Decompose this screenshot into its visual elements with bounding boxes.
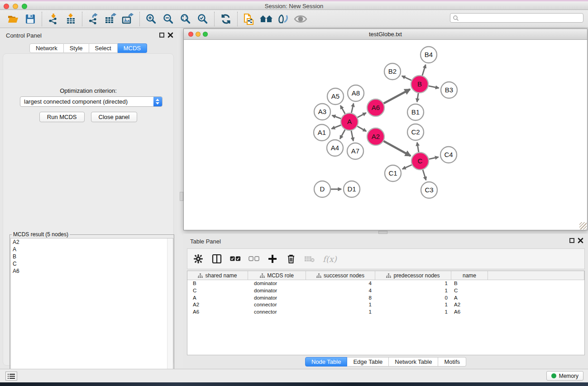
graph-edge-A-A4[interactable] <box>340 130 345 139</box>
delete-column-trash-icon[interactable] <box>286 253 296 264</box>
table-cell[interactable]: 1 <box>375 287 451 295</box>
split-pane-handle[interactable] <box>180 192 183 201</box>
function-builder-icon[interactable]: f(x) <box>323 254 337 264</box>
table-cell[interactable]: 1 <box>306 301 375 309</box>
zoom-selected-icon[interactable] <box>194 11 211 27</box>
export-table-icon[interactable] <box>102 11 120 27</box>
table-cell[interactable]: 1 <box>375 280 451 287</box>
table-row[interactable]: Bdominator41B <box>187 280 584 287</box>
table-settings-gear-icon[interactable] <box>193 253 204 264</box>
column-header-mcds-role[interactable]: MCDS role <box>248 271 306 280</box>
run-mcds-button[interactable]: Run MCDS <box>39 112 85 122</box>
tab-select[interactable]: Select <box>89 43 118 53</box>
mcds-result-item[interactable]: A6 <box>11 267 173 275</box>
table-cell[interactable]: dominator <box>248 280 306 287</box>
graph-edge-C-C3[interactable] <box>423 170 426 180</box>
table-cell[interactable]: connector <box>248 309 306 316</box>
tab-node-table[interactable]: Node Table <box>305 357 348 367</box>
graph-edge-B-B4[interactable] <box>422 65 425 76</box>
table-cell[interactable]: dominator <box>248 295 306 302</box>
graph-edge-A6-B[interactable] <box>384 89 410 103</box>
column-header-shared-name[interactable]: shared name <box>187 271 248 280</box>
close-panel-button[interactable]: Close panel <box>91 112 138 122</box>
column-header-successor-nodes[interactable]: successor nodes <box>306 271 375 280</box>
zoom-in-icon[interactable] <box>143 11 160 27</box>
table-cell[interactable]: 4 <box>306 287 375 295</box>
graph-edge-A-A7[interactable] <box>351 131 354 141</box>
table-row[interactable]: A2connector11A2 <box>187 301 584 309</box>
graph-edge-A2-C[interactable] <box>384 141 411 156</box>
table-cell[interactable]: B <box>451 280 488 287</box>
graph-edge-C-C2[interactable] <box>417 143 419 152</box>
tab-motifs[interactable]: Motifs <box>438 357 466 367</box>
graph-edge-A-A3[interactable] <box>332 115 341 119</box>
table-cell[interactable]: C <box>187 287 248 295</box>
save-session-icon[interactable] <box>22 11 39 27</box>
table-cell[interactable]: A2 <box>187 301 248 309</box>
graph-edge-C-C1[interactable] <box>402 165 412 169</box>
close-panel-icon[interactable] <box>578 238 583 243</box>
optimization-criterion-select[interactable]: largest connected component (directed) <box>20 96 163 107</box>
zoom-out-icon[interactable] <box>160 11 177 27</box>
show-column-panel-icon[interactable] <box>211 253 222 264</box>
graph-edge-B-B2[interactable] <box>402 76 411 81</box>
refresh-icon[interactable] <box>217 11 234 27</box>
mcds-result-list[interactable]: A2ABCA6 <box>10 238 173 385</box>
table-row[interactable]: Cdominator41C <box>187 287 584 295</box>
graph-edge-C-C4[interactable] <box>429 157 439 159</box>
graph-edge-A-A6[interactable] <box>358 113 366 117</box>
table-row[interactable]: A6connector11A6 <box>187 309 584 316</box>
search-field[interactable] <box>450 13 583 23</box>
task-history-button[interactable] <box>5 372 17 381</box>
mcds-result-item[interactable]: C <box>11 260 173 267</box>
table-cell[interactable]: B <box>187 280 248 287</box>
export-image-icon[interactable] <box>120 11 137 27</box>
tab-network-table[interactable]: Network Table <box>389 357 438 367</box>
select-all-columns-icon[interactable] <box>230 253 241 264</box>
float-panel-icon[interactable] <box>569 238 574 243</box>
scrollbar-track[interactable] <box>167 238 173 385</box>
table-cell[interactable]: 4 <box>306 280 375 287</box>
memory-button[interactable]: Memory <box>546 371 583 381</box>
table-row[interactable]: Adominator80A <box>187 295 584 302</box>
delete-table-icon[interactable] <box>304 253 315 264</box>
graph-edge-A-A1[interactable] <box>331 125 341 129</box>
graph-edge-A-A8[interactable] <box>351 103 354 113</box>
table-cell[interactable]: 1 <box>375 309 451 316</box>
close-panel-icon[interactable] <box>167 32 173 38</box>
mcds-result-item[interactable]: A <box>11 246 173 253</box>
table-cell[interactable]: A2 <box>451 301 488 309</box>
search-input[interactable] <box>459 14 583 22</box>
table-cell[interactable]: C <box>451 287 488 295</box>
table-cell[interactable]: connector <box>248 301 306 309</box>
tab-style[interactable]: Style <box>64 43 89 53</box>
table-cell[interactable]: A6 <box>187 309 248 316</box>
home-icon[interactable] <box>258 11 275 27</box>
mcds-result-item[interactable]: A2 <box>11 238 173 246</box>
graph-edge-B-B1[interactable] <box>417 93 418 102</box>
export-network-icon[interactable] <box>85 11 102 27</box>
mcds-result-item[interactable]: B <box>11 253 173 260</box>
network-canvas[interactable]: B4B2BB3A8A5A6A3B1AA1C2A2A4A7C4CC1C3DD1 <box>184 40 587 230</box>
network-file-icon[interactable] <box>240 11 258 27</box>
table-cell[interactable]: dominator <box>248 287 306 295</box>
show-hide-icon[interactable] <box>275 11 292 27</box>
tab-edge-table[interactable]: Edge Table <box>347 357 389 367</box>
table-cell[interactable]: A <box>451 295 488 302</box>
tab-network[interactable]: Network <box>29 43 64 53</box>
import-table-icon[interactable] <box>62 11 79 27</box>
table-cell[interactable]: 8 <box>306 295 375 302</box>
column-header-name[interactable]: name <box>451 271 488 280</box>
table-cell[interactable]: 0 <box>375 295 451 302</box>
column-header-predecessor-nodes[interactable]: predecessor nodes <box>375 271 451 280</box>
table-cell[interactable]: A6 <box>451 309 488 316</box>
deselect-all-columns-icon[interactable] <box>249 253 259 264</box>
graph-edge-A-A5[interactable] <box>340 105 345 114</box>
create-column-icon[interactable] <box>267 253 278 264</box>
import-network-icon[interactable] <box>45 11 62 27</box>
graph-edge-A-A2[interactable] <box>357 126 366 131</box>
open-file-icon[interactable] <box>5 11 22 27</box>
split-pane-handle[interactable] <box>378 231 387 234</box>
float-panel-icon[interactable] <box>159 33 164 38</box>
table-cell[interactable]: 1 <box>375 301 451 309</box>
